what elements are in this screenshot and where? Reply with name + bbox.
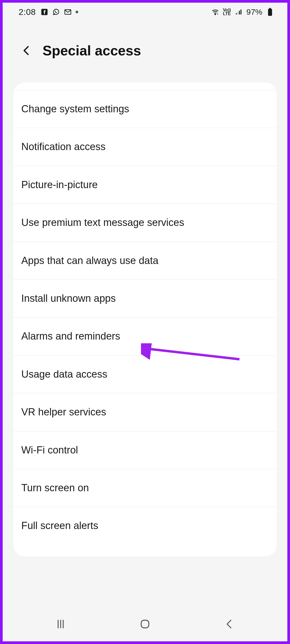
svg-rect-15 [141,620,149,628]
list-item-label: Notification access [21,141,106,152]
list-item-label: Wi-Fi control [21,444,78,456]
list-item-label: Picture-in-picture [21,179,98,190]
list-item-label: Install unknown apps [21,293,116,304]
list-item-label: Alarms and reminders [21,331,120,342]
nav-back-button[interactable] [205,611,253,637]
home-icon [139,618,151,630]
svg-rect-6 [239,11,240,14]
item-turn-screen-on[interactable]: Turn screen on [13,469,277,507]
facebook-icon [40,8,48,16]
item-change-system-settings[interactable]: Change system settings [13,90,277,128]
list-item-label: Apps that can always use data [21,255,158,266]
item-always-use-data[interactable]: Apps that can always use data [13,242,277,280]
list-item-label: Use premium text message services [21,217,184,228]
item-usage-data-access[interactable]: Usage data access [13,356,277,393]
item-vr-helper-services[interactable]: VR helper services [13,393,277,431]
svg-rect-7 [241,10,242,15]
battery-icon [266,8,274,16]
settings-list: Change system settings Notification acce… [13,82,277,556]
page-title: Special access [43,43,141,59]
item-wifi-control[interactable]: Wi-Fi control [13,431,277,469]
back-icon [223,618,236,630]
list-item-label: Full screen alerts [21,520,98,531]
chevron-left-icon [21,45,32,56]
recents-icon [54,618,67,630]
svg-point-3 [215,14,216,15]
svg-rect-9 [268,9,272,16]
status-time: 2:08 [19,7,36,17]
item-install-unknown-apps[interactable]: Install unknown apps [13,280,277,317]
list-item-label: VR helper services [21,406,106,418]
svg-rect-8 [269,8,271,9]
nav-recents-button[interactable] [37,611,85,637]
back-button[interactable] [19,43,35,59]
item-premium-text[interactable]: Use premium text message services [13,204,277,242]
nav-home-button[interactable] [121,611,169,637]
item-picture-in-picture[interactable]: Picture-in-picture [13,166,277,204]
list-item-label: Change system settings [21,103,129,114]
status-bar-left: 2:08 [19,7,78,17]
battery-percentage: 97% [246,7,262,16]
item-full-screen-alerts[interactable]: Full screen alerts [13,507,277,556]
item-notification-access[interactable]: Notification access [13,128,277,166]
volte-icon: Vo)) LTE [223,8,231,16]
more-notifications-dot-icon [76,11,78,13]
list-item-label: Turn screen on [21,482,89,493]
svg-rect-5 [237,12,238,14]
status-bar: 2:08 Vo)) LTE 97% [3,3,287,21]
screen-frame: 2:08 Vo)) LTE 97% [3,3,287,641]
page-header: Special access [3,21,287,82]
item-alarms-and-reminders[interactable]: Alarms and reminders [13,317,277,355]
svg-rect-4 [236,13,237,15]
cell-signal-icon [235,8,243,16]
gmail-icon [64,8,72,16]
wifi-icon [211,8,219,16]
system-nav-bar [3,607,287,641]
list-item-label: Usage data access [21,369,107,380]
status-bar-right: Vo)) LTE 97% [211,7,274,16]
whatsapp-icon [52,8,60,16]
